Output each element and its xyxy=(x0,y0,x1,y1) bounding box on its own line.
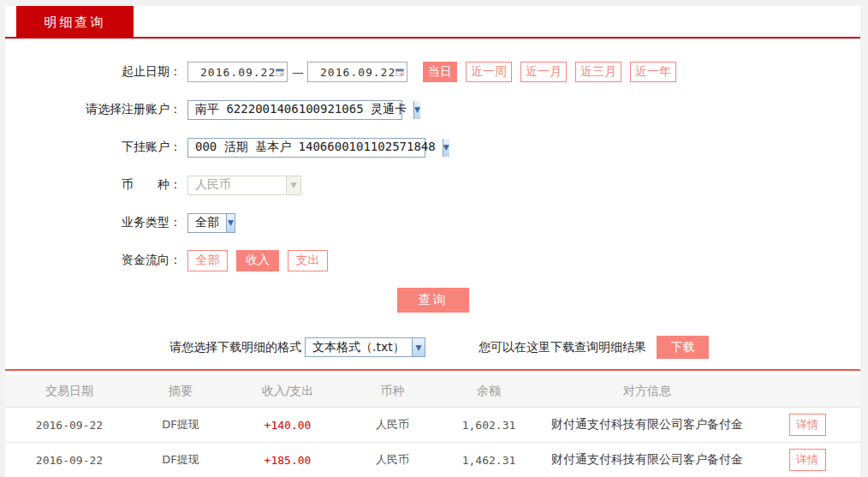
register-account-value: 南平 6222001406100921065 灵通卡 xyxy=(188,102,413,117)
tab-bar: 明细查询 xyxy=(5,6,860,39)
chevron-down-icon[interactable]: ▼ xyxy=(413,101,420,119)
calendar-icon[interactable] xyxy=(276,65,284,80)
header-currency: 币种 xyxy=(348,384,437,399)
register-account-select[interactable]: 南平 6222001406100921065 灵通卡 ▼ xyxy=(187,100,402,120)
flow-income-button[interactable]: 收入 xyxy=(236,250,279,271)
detail-button[interactable]: 详情 xyxy=(789,449,826,471)
quick-range-month-button[interactable]: 近一月 xyxy=(520,62,567,82)
table-header-row: 交易日期 摘要 收入/支出 币种 余额 对方信息 xyxy=(5,375,860,408)
download-row: 请您选择下载明细的格式 文本格式（.txt） ▼ 您可以在这里下载查询明细结果 … xyxy=(5,336,860,359)
sub-account-value: 000 活期 基本户 1406600101102571848 xyxy=(188,140,443,155)
cell-trade-date: 2016-09-22 xyxy=(5,454,134,467)
register-account-label: 请选择注册账户： xyxy=(5,102,181,117)
header-trade-date: 交易日期 xyxy=(5,384,134,399)
business-type-value: 全部 xyxy=(188,215,226,230)
header-balance: 余额 xyxy=(437,384,540,399)
quick-range-today-button[interactable]: 当日 xyxy=(423,62,457,82)
business-type-select[interactable]: 全部 ▼ xyxy=(187,213,235,233)
cell-currency: 人民币 xyxy=(348,417,437,432)
table-row: 2016-09-22 DF提现 +185.00 人民币 1,462.31 财付通… xyxy=(5,443,860,477)
header-counterparty: 对方信息 xyxy=(540,384,754,399)
download-format-value: 文本格式（.txt） xyxy=(306,340,412,355)
sub-account-label: 下挂账户： xyxy=(5,140,181,155)
cell-summary: DF提现 xyxy=(134,417,228,432)
query-button-row: 查询 xyxy=(5,288,860,313)
quick-range-quarter-button[interactable]: 近三月 xyxy=(575,62,621,82)
query-form: 起止日期： 2016.09.22 — 2016.09.22 xyxy=(5,39,860,359)
chevron-down-icon[interactable]: ▼ xyxy=(412,338,425,356)
date-range-label: 起止日期： xyxy=(5,64,181,80)
date-range-row: 起止日期： 2016.09.22 — 2016.09.22 xyxy=(5,62,860,82)
register-account-row: 请选择注册账户： 南平 6222001406100921065 灵通卡 ▼ xyxy=(5,99,860,120)
content-panel: 明细查询 起止日期： 2016.09.22 — 2016.09.22 xyxy=(5,6,860,477)
business-type-row: 业务类型： 全部 ▼ xyxy=(5,212,860,233)
cell-amount: +140.00 xyxy=(228,419,348,432)
currency-select: 人民币 ▼ xyxy=(187,176,301,195)
end-date-value: 2016.09.22 xyxy=(320,66,395,79)
start-date-value: 2016.09.22 xyxy=(200,66,276,79)
cell-summary: DF提现 xyxy=(134,452,228,468)
download-button[interactable]: 下载 xyxy=(657,336,709,359)
cell-amount: +185.00 xyxy=(228,454,348,467)
start-date-input[interactable]: 2016.09.22 xyxy=(187,62,288,82)
cell-trade-date: 2016-09-22 xyxy=(5,419,134,432)
table-row: 2016-09-22 DF提现 +140.00 人民币 1,602.31 财付通… xyxy=(5,408,860,443)
business-type-label: 业务类型： xyxy=(5,215,181,230)
cell-balance: 1,602.31 xyxy=(437,419,540,432)
download-format-label: 请您选择下载明细的格式 xyxy=(169,340,301,355)
chevron-down-icon[interactable]: ▼ xyxy=(226,214,235,232)
quick-range-year-button[interactable]: 近一年 xyxy=(630,62,676,82)
download-format-select[interactable]: 文本格式（.txt） ▼ xyxy=(305,337,425,357)
header-income-expense: 收入/支出 xyxy=(228,384,348,399)
calendar-icon[interactable] xyxy=(395,65,404,80)
table-top-divider xyxy=(5,369,860,371)
date-range-separator: — xyxy=(292,65,304,79)
currency-value: 人民币 xyxy=(188,177,238,193)
chevron-down-icon: ▼ xyxy=(286,176,300,194)
cell-currency: 人民币 xyxy=(348,452,437,468)
query-button[interactable]: 查询 xyxy=(397,288,469,313)
flow-all-button[interactable]: 全部 xyxy=(187,250,228,271)
cell-balance: 1,462.31 xyxy=(437,454,540,467)
fund-flow-row: 资金流向： 全部 收入 支出 xyxy=(5,250,860,271)
end-date-input[interactable]: 2016.09.22 xyxy=(307,62,407,82)
download-hint-text: 您可以在这里下载查询明细结果 xyxy=(479,340,646,355)
sub-account-select[interactable]: 000 活期 基本户 1406600101102571848 ▼ xyxy=(187,138,425,158)
chevron-down-icon[interactable]: ▼ xyxy=(443,139,449,157)
flow-expense-button[interactable]: 支出 xyxy=(288,250,328,271)
sub-account-row: 下挂账户： 000 活期 基本户 1406600101102571848 ▼ xyxy=(5,137,860,158)
fund-flow-label: 资金流向： xyxy=(5,253,181,268)
quick-range-week-button[interactable]: 近一周 xyxy=(466,62,512,82)
cell-counterparty: 财付通支付科技有限公司客户备付金 xyxy=(540,452,754,468)
tab-detail-query[interactable]: 明细查询 xyxy=(16,6,134,39)
currency-label: 币 种： xyxy=(5,177,181,193)
currency-row: 币 种： 人民币 ▼ xyxy=(5,175,860,195)
detail-button[interactable]: 详情 xyxy=(789,414,826,436)
header-summary: 摘要 xyxy=(134,384,228,399)
cell-counterparty: 财付通支付科技有限公司客户备付金 xyxy=(540,417,754,432)
